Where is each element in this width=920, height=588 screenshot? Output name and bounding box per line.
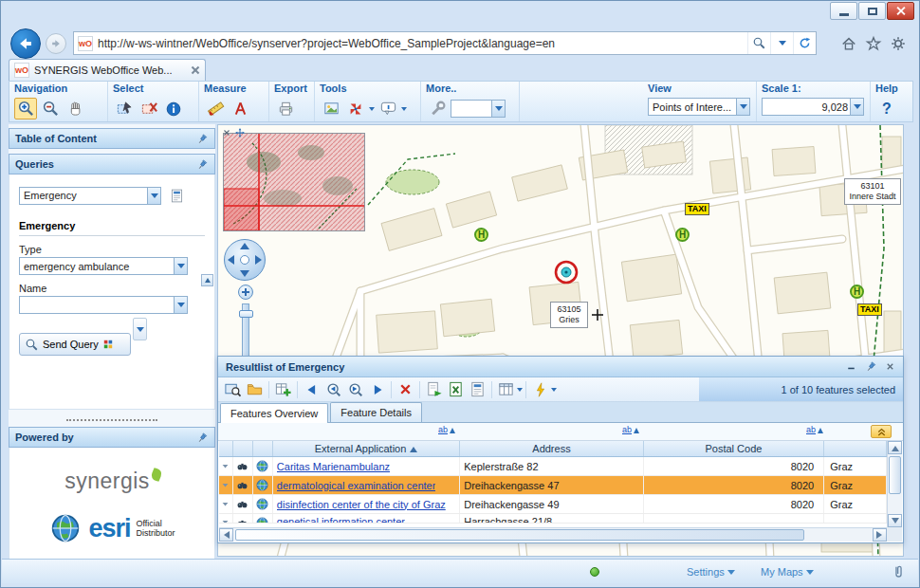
overview-close-button[interactable] — [220, 126, 232, 138]
close-window-button[interactable] — [887, 2, 914, 20]
column-header-name[interactable]: External Application — [273, 441, 460, 456]
combo-caret[interactable] — [174, 297, 187, 313]
address-dropdown-button[interactable] — [770, 32, 793, 54]
combo-caret[interactable] — [736, 99, 749, 115]
table-row[interactable]: disinfection center of the city of Graz … — [219, 495, 887, 514]
print-tool[interactable] — [274, 98, 297, 119]
maximize-window-button[interactable] — [858, 2, 886, 20]
horizontal-scroll-thumb[interactable] — [235, 529, 804, 541]
scroll-up-button[interactable] — [888, 441, 902, 454]
maptip-tool[interactable] — [377, 98, 399, 119]
previous-feature-button[interactable] — [301, 379, 322, 399]
pan-center-icon[interactable] — [240, 255, 249, 265]
powered-by-header[interactable]: Powered by — [9, 427, 215, 448]
row-menu-icon[interactable] — [219, 516, 231, 524]
remove-selection-button[interactable] — [395, 379, 416, 399]
row-menu-icon[interactable] — [219, 498, 231, 510]
next-feature-button[interactable] — [366, 379, 388, 399]
forward-button[interactable] — [46, 33, 66, 54]
favorites-button[interactable] — [863, 33, 883, 53]
settings-button[interactable] — [888, 33, 908, 53]
pin-icon[interactable] — [196, 133, 209, 145]
globe-icon[interactable] — [255, 459, 269, 473]
pan-east-icon[interactable] — [255, 255, 262, 265]
more-tools-button[interactable] — [426, 98, 449, 119]
grid-vertical-scrollbar[interactable] — [887, 441, 902, 527]
pan-north-icon[interactable] — [240, 243, 249, 249]
export-button[interactable] — [423, 379, 445, 399]
minimize-panel-icon[interactable] — [845, 360, 857, 373]
combo-caret[interactable] — [147, 188, 160, 204]
combo-caret[interactable] — [174, 258, 187, 274]
row-menu-icon[interactable] — [219, 460, 231, 472]
scroll-down-button[interactable] — [888, 514, 902, 527]
column-header-address[interactable]: Address — [460, 441, 643, 456]
my-maps-menu[interactable]: My Maps — [761, 565, 814, 579]
name-select[interactable] — [19, 296, 188, 314]
address-bar[interactable]: wO http://w-ws-wintner/WebOffice/synserv… — [73, 31, 817, 55]
zoom-previous-button[interactable] — [322, 379, 344, 399]
sidebar-scroll-up[interactable] — [201, 274, 213, 286]
feature-link[interactable]: disinfection center of the city of Graz — [277, 499, 446, 510]
pin-icon[interactable] — [865, 360, 877, 373]
overview-move-button[interactable] — [233, 126, 246, 138]
zoom-to-feature-icon[interactable] — [235, 459, 249, 473]
scale-combo[interactable]: 9,028 — [762, 98, 864, 116]
pan-tool[interactable] — [64, 98, 86, 119]
minimize-window-button[interactable] — [830, 2, 857, 20]
close-tab-icon[interactable] — [191, 65, 200, 75]
resultlist-header[interactable]: Resultlist of Emergency — [218, 357, 903, 377]
add-to-selection-button[interactable] — [272, 379, 294, 399]
feature-link[interactable]: Caritas Marienambulanz — [277, 461, 390, 472]
pin-icon[interactable] — [196, 158, 209, 171]
zoom-slider-handle[interactable] — [239, 310, 253, 318]
zoom-to-selection-button[interactable] — [222, 379, 244, 399]
measure-tool[interactable] — [204, 98, 227, 119]
table-row[interactable]: genetical information center Harrachgass… — [219, 514, 887, 524]
zoom-in-button[interactable] — [238, 285, 253, 300]
query-select[interactable]: Emergency — [19, 187, 161, 205]
tab-feature-details[interactable]: Feature Details — [330, 402, 422, 422]
column-chooser-button[interactable] — [495, 379, 517, 399]
tab-features-overview[interactable]: Features Overview — [220, 403, 328, 423]
queries-header[interactable]: Queries — [9, 154, 215, 175]
globe-icon[interactable] — [255, 478, 269, 492]
filter-dropdown[interactable] — [551, 388, 557, 395]
open-folder-button[interactable] — [244, 379, 266, 399]
export-excel-button[interactable] — [445, 379, 467, 399]
help-button[interactable] — [875, 98, 898, 119]
screenshot-tool[interactable] — [320, 98, 342, 119]
back-button[interactable] — [10, 28, 41, 59]
feature-link[interactable]: dermatological examination center — [277, 480, 436, 491]
column-header-postal[interactable]: Postal Code — [644, 441, 824, 456]
identify-tool[interactable] — [162, 98, 185, 119]
clear-selection-tool[interactable] — [138, 98, 160, 119]
redline-dropdown[interactable] — [369, 107, 375, 114]
combo-caret[interactable] — [850, 99, 863, 115]
query-definition-button[interactable] — [167, 186, 186, 205]
send-query-dropdown[interactable] — [133, 318, 147, 340]
sort-alpha-button[interactable]: ab — [806, 425, 823, 434]
attachment-button[interactable] — [891, 563, 907, 581]
overview-map[interactable] — [223, 133, 365, 231]
view-combo[interactable]: Points of Intere... — [648, 98, 750, 116]
filter-button[interactable] — [529, 379, 551, 399]
pan-west-icon[interactable] — [228, 255, 234, 265]
drag-handle-dots[interactable] — [66, 419, 157, 421]
redline-tool[interactable] — [344, 98, 367, 119]
scroll-right-button[interactable] — [873, 528, 887, 542]
grid-horizontal-scrollbar[interactable] — [219, 527, 887, 542]
sort-alpha-button[interactable]: ab — [438, 425, 455, 434]
refresh-button[interactable] — [793, 32, 816, 54]
table-of-content-header[interactable]: Table of Content — [9, 128, 215, 149]
zoom-in-tool[interactable] — [14, 98, 37, 119]
type-select[interactable]: emergency ambulance — [19, 257, 188, 275]
sort-alpha-button[interactable]: ab — [622, 425, 639, 434]
pin-icon[interactable] — [196, 432, 209, 444]
globe-icon[interactable] — [255, 497, 269, 511]
close-panel-icon[interactable] — [885, 361, 895, 372]
label-tool[interactable] — [229, 98, 251, 119]
column-chooser-dropdown[interactable] — [517, 388, 523, 395]
browser-tab[interactable]: wO SYNERGIS WebOffice Web... — [9, 59, 206, 81]
pan-pad[interactable] — [224, 239, 266, 281]
